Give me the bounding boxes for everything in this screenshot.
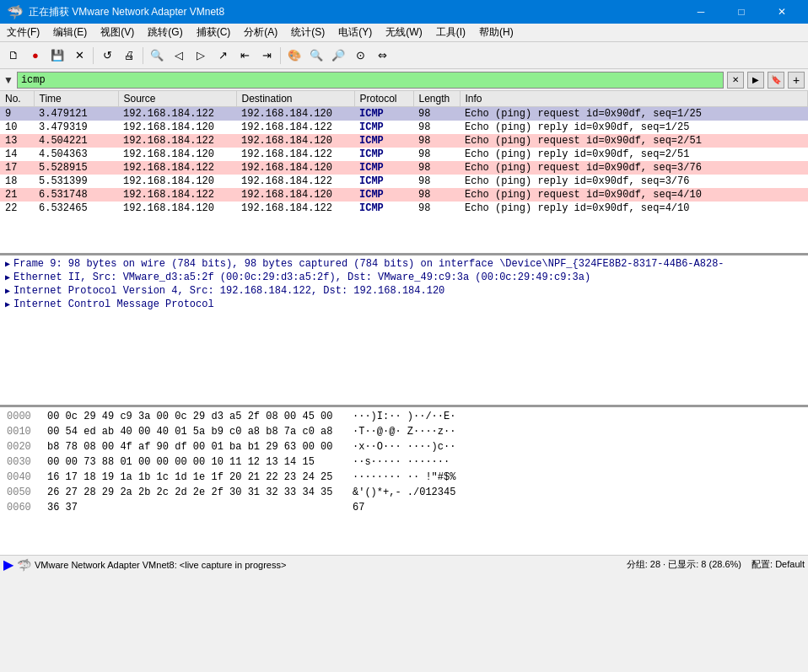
new-capture-button[interactable]: 🗋 [3,46,24,66]
title-bar: 🦈 正在捕获 VMware Network Adapter VMnet8 ─ □… [0,0,808,24]
table-row[interactable]: 134.504221192.168.184.122192.168.184.120… [0,134,808,148]
detail-row[interactable]: ▶Internet Control Message Protocol [3,298,805,311]
hex-row: 005026 27 28 29 2a 2b 2c 2d 2e 2f 30 31 … [7,485,801,500]
table-cell: Echo (ping) request id=0x90df, seq=2/51 [460,134,808,148]
menu-help[interactable]: 帮助(H) [472,24,520,41]
close-file-button[interactable]: ✕ [69,46,89,66]
toolbar-separator-3 [280,47,281,64]
table-cell: 9 [0,107,34,121]
menu-wireless[interactable]: 无线(W) [379,24,428,41]
go-back-button[interactable]: ◁ [169,46,189,66]
zoom-in-button[interactable]: 🔍 [306,46,326,66]
col-info: Info [460,91,808,107]
table-cell: 18 [0,175,34,188]
print-button[interactable]: 🖨 [119,46,139,66]
open-button[interactable]: ● [25,46,46,66]
toolbar-separator-2 [143,47,143,64]
colorize-button[interactable]: 🎨 [284,46,304,66]
packet-detail[interactable]: ▶Frame 9: 98 bytes on wire (784 bits), 9… [0,255,808,407]
filter-apply-button[interactable]: ▶ [747,72,764,89]
hex-ascii: 67 [353,500,364,515]
detail-arrow-icon: ▶ [5,259,10,269]
maximize-button[interactable]: □ [722,0,761,24]
go-forward-button[interactable]: ▷ [191,46,211,66]
filter-clear-button[interactable]: ✕ [727,72,744,89]
zoom-out-button[interactable]: 🔎 [328,46,348,66]
minimize-button[interactable]: ─ [681,0,720,24]
filter-add-button[interactable]: + [788,72,805,89]
table-row[interactable]: 226.532465192.168.184.120192.168.184.122… [0,202,808,215]
table-cell: 192.168.184.120 [118,148,236,161]
table-cell: 3.479319 [34,121,118,134]
table-cell: 21 [0,188,34,202]
menu-capture[interactable]: 捕获(C) [190,24,238,41]
status-text: VMware Network Adapter VMnet8: <live cap… [35,560,286,570]
close-button[interactable]: ✕ [762,0,801,24]
hex-ascii: ···)I:·· )··/··E· [353,409,455,424]
hex-row: 001000 54 ed ab 40 00 40 01 5a b9 c0 a8 … [7,424,801,439]
menu-file[interactable]: 文件(F) [0,24,46,41]
detail-line-text: Frame 9: 98 bytes on wire (784 bits), 98… [13,258,725,270]
col-source: Source [118,91,236,107]
table-cell: 22 [0,202,34,215]
menu-analyze[interactable]: 分析(A) [237,24,284,41]
table-cell: 17 [0,161,34,175]
filter-input[interactable] [17,72,724,89]
detail-row[interactable]: ▶Ethernet II, Src: VMware_d3:a5:2f (00:0… [3,271,805,284]
packet-table: No. Time Source Destination Protocol Len… [0,91,808,215]
status-right: 分组: 28 · 已显示: 8 (28.6%) 配置: Default [627,558,805,571]
first-packet-button[interactable]: ⇤ [234,46,255,66]
hex-bytes: 36 37 [47,500,342,515]
go-to-packet-button[interactable]: ↗ [213,46,233,66]
hex-bytes: 00 54 ed ab 40 00 40 01 5a b9 c0 a8 b8 7… [47,424,342,439]
table-cell: 192.168.184.120 [236,134,354,148]
detail-row[interactable]: ▶Frame 9: 98 bytes on wire (784 bits), 9… [3,257,805,271]
table-cell: 6.532465 [34,202,118,215]
title-text: 正在捕获 VMware Network Adapter VMnet8 [29,5,224,19]
filter-bookmark-button[interactable]: 🔖 [768,72,784,89]
reload-button[interactable]: ↺ [97,46,117,66]
find-button[interactable]: 🔍 [147,46,167,66]
resize-columns-button[interactable]: ⇔ [372,46,392,66]
table-row[interactable]: 216.531748192.168.184.122192.168.184.120… [0,188,808,202]
hex-row: 0020b8 78 08 00 4f af 90 df 00 01 ba b1 … [7,439,801,454]
table-row[interactable]: 93.479121192.168.184.122192.168.184.120I… [0,107,808,121]
col-protocol: Protocol [354,91,413,107]
detail-row[interactable]: ▶Internet Protocol Version 4, Src: 192.1… [3,284,805,298]
table-cell: ICMP [354,148,413,161]
hex-ascii: ··s····· ······· [353,454,450,470]
table-row[interactable]: 144.504363192.168.184.120192.168.184.122… [0,148,808,161]
hex-offset: 0050 [7,485,37,500]
packet-tbody: 93.479121192.168.184.122192.168.184.120I… [0,107,808,216]
hex-row: 003000 00 73 88 01 00 00 00 00 10 11 12 … [7,454,801,470]
table-cell: Echo (ping) request id=0x90df, seq=1/25 [460,107,808,121]
table-row[interactable]: 175.528915192.168.184.122192.168.184.120… [0,161,808,175]
hex-view[interactable]: 000000 0c 29 49 c9 3a 00 0c 29 d3 a5 2f … [0,407,808,555]
normal-size-button[interactable]: ⊙ [350,46,370,66]
hex-bytes: 00 00 73 88 01 00 00 00 00 10 11 12 13 1… [47,454,342,470]
table-cell: 192.168.184.120 [236,161,354,175]
table-cell: 5.531399 [34,175,118,188]
hex-offset: 0000 [7,409,37,424]
title-bar-controls: ─ □ ✕ [681,0,801,24]
table-cell: 98 [413,175,460,188]
table-cell: 192.168.184.122 [118,134,236,148]
menu-goto[interactable]: 跳转(G) [141,24,189,41]
hex-bytes: b8 78 08 00 4f af 90 df 00 01 ba b1 29 6… [47,439,342,454]
table-row[interactable]: 103.479319192.168.184.120192.168.184.122… [0,121,808,134]
capture-status-icon: ▶ [3,556,13,573]
table-row[interactable]: 185.531399192.168.184.120192.168.184.122… [0,175,808,188]
table-cell: 192.168.184.122 [236,121,354,134]
menu-view[interactable]: 视图(V) [94,24,141,41]
menu-tools[interactable]: 工具(I) [429,24,472,41]
menu-edit[interactable]: 编辑(E) [46,24,94,41]
table-cell: 98 [413,188,460,202]
menu-statistics[interactable]: 统计(S) [284,24,331,41]
packet-list[interactable]: No. Time Source Destination Protocol Len… [0,91,808,255]
hex-bytes: 00 0c 29 49 c9 3a 00 0c 29 d3 a5 2f 08 0… [47,409,342,424]
table-cell: 98 [413,202,460,215]
last-packet-button[interactable]: ⇥ [256,46,277,66]
menu-telephony[interactable]: 电话(Y) [331,24,379,41]
save-button[interactable]: 💾 [47,46,67,66]
hex-ascii: ·T··@·@· Z····z·· [353,424,455,439]
